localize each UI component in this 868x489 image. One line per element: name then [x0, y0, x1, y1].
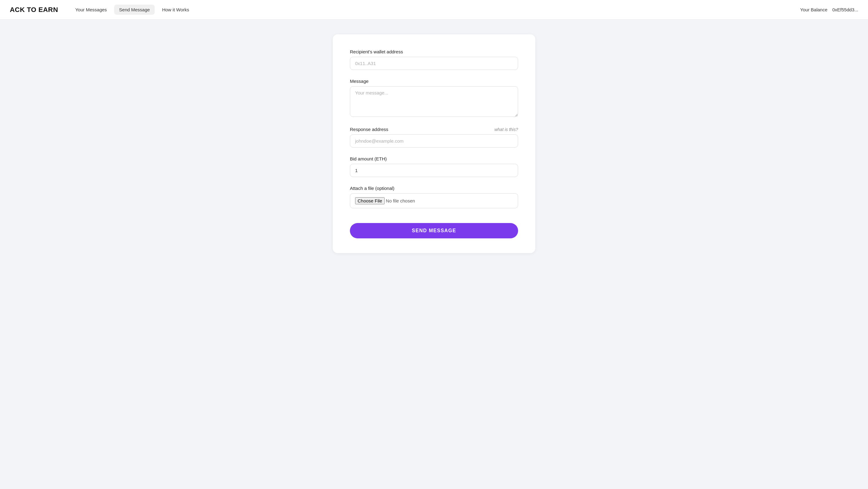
response-group: Response address what is this? [350, 127, 518, 148]
brand-suffix: EARN [38, 6, 58, 13]
bid-input[interactable] [350, 164, 518, 177]
navbar-right: Your Balance 0xEf55dd3... [800, 7, 858, 12]
what-is-this-link[interactable]: what is this? [494, 127, 518, 132]
brand-logo[interactable]: ACK TO EARN [10, 6, 58, 14]
main-content: Recipient's wallet address Message Respo… [0, 20, 868, 268]
send-message-button[interactable]: SEND MESSAGE [350, 223, 518, 238]
bid-group: Bid amount (ETH) [350, 156, 518, 177]
brand-prefix: ACK TO [10, 6, 38, 13]
file-input-wrapper [350, 193, 518, 208]
navbar: ACK TO EARN Your Messages Send Message H… [0, 0, 868, 20]
navbar-links: Your Messages Send Message How it Works [70, 5, 800, 15]
wallet-address: 0xEf55dd3... [832, 7, 858, 12]
balance-label: Your Balance [800, 7, 828, 12]
recipient-group: Recipient's wallet address [350, 49, 518, 70]
attach-group: Attach a file (optional) [350, 186, 518, 208]
recipient-label: Recipient's wallet address [350, 49, 518, 54]
recipient-input[interactable] [350, 57, 518, 70]
response-label: Response address [350, 127, 388, 132]
response-label-row: Response address what is this? [350, 127, 518, 132]
message-textarea[interactable] [350, 86, 518, 117]
message-label: Message [350, 78, 518, 84]
file-input[interactable] [355, 197, 513, 204]
message-group: Message [350, 78, 518, 118]
attach-label: Attach a file (optional) [350, 186, 518, 191]
nav-how-it-works[interactable]: How it Works [157, 5, 194, 15]
bid-label: Bid amount (ETH) [350, 156, 518, 161]
response-input[interactable] [350, 134, 518, 148]
nav-your-messages[interactable]: Your Messages [70, 5, 112, 15]
form-card: Recipient's wallet address Message Respo… [333, 34, 535, 253]
nav-send-message[interactable]: Send Message [114, 5, 155, 15]
